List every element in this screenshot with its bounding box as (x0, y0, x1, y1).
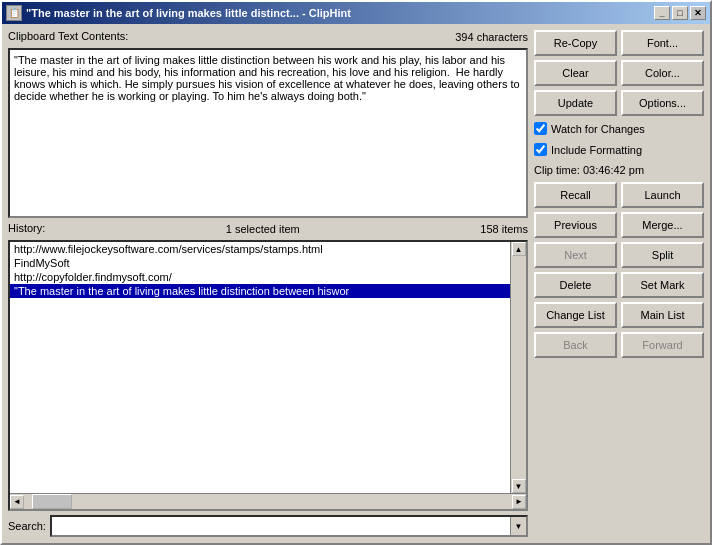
h-scroll-thumb[interactable] (32, 494, 72, 509)
change-list-button[interactable]: Change List (534, 302, 617, 328)
history-selected: 1 selected item (226, 223, 300, 235)
row-previous-merge: Previous Merge... (534, 212, 704, 238)
previous-button[interactable]: Previous (534, 212, 617, 238)
watch-changes-label: Watch for Changes (551, 123, 645, 135)
row-update-options: Update Options... (534, 90, 704, 116)
launch-button[interactable]: Launch (621, 182, 704, 208)
search-input[interactable] (52, 520, 510, 532)
horizontal-scrollbar[interactable]: ◄ ► (10, 493, 526, 509)
window-title: "The master in the art of living makes l… (26, 7, 654, 19)
search-label: Search: (8, 520, 46, 532)
history-list[interactable]: http://www.filejockeysoftware.com/servic… (10, 242, 510, 493)
history-list-container: http://www.filejockeysoftware.com/servic… (8, 240, 528, 511)
minimize-button[interactable]: _ (654, 6, 670, 20)
scroll-left[interactable]: ◄ (10, 495, 24, 509)
clear-button[interactable]: Clear (534, 60, 617, 86)
app-icon: 📋 (6, 5, 22, 21)
recopy-button[interactable]: Re-Copy (534, 30, 617, 56)
clipboard-header: Clipboard Text Contents: 394 characters (8, 30, 528, 44)
set-mark-button[interactable]: Set Mark (621, 272, 704, 298)
row-delete-setmark: Delete Set Mark (534, 272, 704, 298)
clip-time-row: Clip time: 03:46:42 pm (534, 164, 704, 176)
history-label: History: (8, 222, 45, 234)
scroll-right[interactable]: ► (512, 495, 526, 509)
row-clear-color: Clear Color... (534, 60, 704, 86)
list-item[interactable]: http://www.filejockeysoftware.com/servic… (10, 242, 510, 256)
clip-time-value: 03:46:42 pm (583, 164, 644, 176)
recall-button[interactable]: Recall (534, 182, 617, 208)
search-input-wrap: ▼ (50, 515, 528, 537)
watch-changes-checkbox[interactable] (534, 122, 547, 135)
clipboard-text[interactable] (8, 48, 528, 218)
vertical-scrollbar[interactable]: ▲ ▼ (510, 242, 526, 493)
search-row: Search: ▼ (8, 515, 528, 537)
list-item[interactable]: "The master in the art of living makes l… (10, 284, 510, 298)
left-panel: Clipboard Text Contents: 394 characters … (8, 30, 528, 537)
right-panel: Re-Copy Font... Clear Color... Update Op… (534, 30, 704, 537)
list-item[interactable]: FindMySoft (10, 256, 510, 270)
clip-time-label: Clip time: (534, 164, 580, 176)
row-back-forward: Back Forward (534, 332, 704, 358)
main-content: Clipboard Text Contents: 394 characters … (2, 24, 710, 543)
maximize-button[interactable]: □ (672, 6, 688, 20)
row-recopy-font: Re-Copy Font... (534, 30, 704, 56)
include-formatting-label: Include Formatting (551, 144, 642, 156)
history-header: History: 1 selected item 158 items (8, 222, 528, 236)
include-formatting-checkbox[interactable] (534, 143, 547, 156)
color-button[interactable]: Color... (621, 60, 704, 86)
main-list-button[interactable]: Main List (621, 302, 704, 328)
scroll-down[interactable]: ▼ (512, 479, 526, 493)
back-button[interactable]: Back (534, 332, 617, 358)
update-button[interactable]: Update (534, 90, 617, 116)
title-controls: _ □ ✕ (654, 6, 706, 20)
close-button[interactable]: ✕ (690, 6, 706, 20)
search-dropdown-arrow[interactable]: ▼ (510, 517, 526, 535)
list-item[interactable]: http://copyfolder.findmysoft.com/ (10, 270, 510, 284)
row-changelist-mainlist: Change List Main List (534, 302, 704, 328)
row-recall-launch: Recall Launch (534, 182, 704, 208)
title-bar: 📋 "The master in the art of living makes… (2, 2, 710, 24)
options-button[interactable]: Options... (621, 90, 704, 116)
delete-button[interactable]: Delete (534, 272, 617, 298)
h-scroll-track (24, 494, 512, 509)
scroll-track (511, 256, 526, 479)
scroll-up[interactable]: ▲ (512, 242, 526, 256)
char-count: 394 characters (455, 31, 528, 43)
main-window: 📋 "The master in the art of living makes… (0, 0, 712, 545)
next-button[interactable]: Next (534, 242, 617, 268)
forward-button[interactable]: Forward (621, 332, 704, 358)
include-formatting-row: Include Formatting (534, 143, 704, 156)
clipboard-label: Clipboard Text Contents: (8, 30, 128, 42)
split-button[interactable]: Split (621, 242, 704, 268)
font-button[interactable]: Font... (621, 30, 704, 56)
history-list-wrapper: http://www.filejockeysoftware.com/servic… (10, 242, 526, 493)
history-count: 158 items (480, 223, 528, 235)
watch-changes-row: Watch for Changes (534, 122, 704, 135)
merge-button[interactable]: Merge... (621, 212, 704, 238)
row-next-split: Next Split (534, 242, 704, 268)
